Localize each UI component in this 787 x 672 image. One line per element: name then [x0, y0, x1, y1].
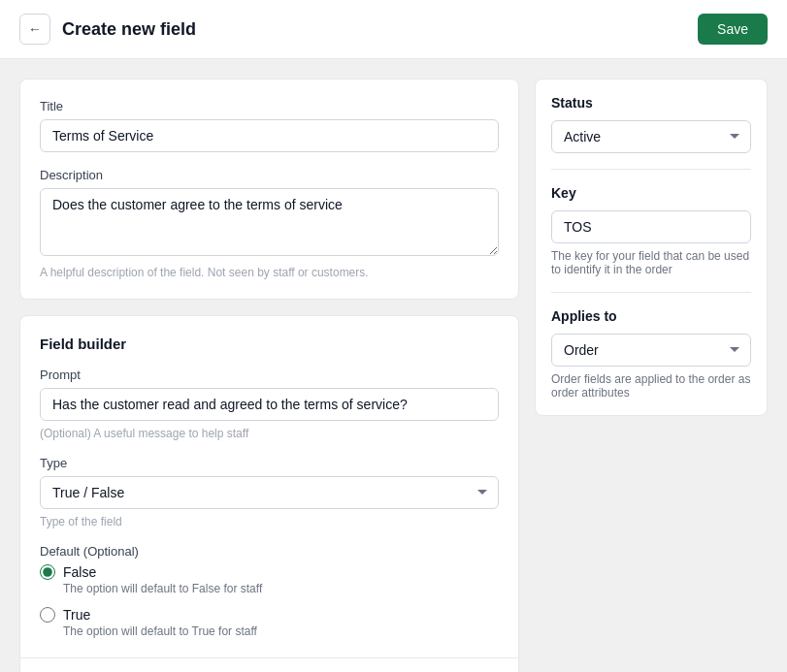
- back-button[interactable]: ←: [19, 14, 50, 45]
- key-helper: The key for your field that can be used …: [551, 249, 751, 276]
- main-content: Title Description A helpful description …: [0, 59, 787, 672]
- default-group: Default (Optional) False The option will…: [40, 544, 499, 638]
- field-builder-card: Field builder Prompt (Optional) A useful…: [19, 315, 519, 672]
- radio-true-label: True: [63, 607, 90, 623]
- key-label: Key: [551, 185, 751, 201]
- radio-false-row: False: [40, 564, 499, 580]
- status-select[interactable]: Active Inactive: [551, 120, 751, 153]
- header-left: ← Create new field: [19, 14, 196, 45]
- prompt-helper: (Optional) A useful message to help staf…: [40, 427, 499, 440]
- delete-field-button[interactable]: Delete field: [20, 658, 127, 672]
- field-builder-footer: Delete field: [20, 657, 518, 672]
- right-card: Status Active Inactive Key The key for y…: [535, 79, 768, 416]
- title-group: Title: [40, 99, 499, 152]
- description-group: Description A helpful description of the…: [40, 168, 499, 279]
- title-label: Title: [40, 99, 499, 113]
- prompt-label: Prompt: [40, 368, 499, 382]
- radio-false-label: False: [63, 564, 96, 580]
- applies-to-label: Applies to: [551, 308, 751, 324]
- left-column: Title Description A helpful description …: [19, 79, 519, 672]
- type-label: Type: [40, 456, 499, 470]
- radio-true-item: True The option will default to True for…: [40, 607, 499, 638]
- right-column: Status Active Inactive Key The key for y…: [535, 79, 768, 416]
- field-builder-inner: Field builder Prompt (Optional) A useful…: [20, 316, 518, 657]
- radio-group: False The option will default to False f…: [40, 564, 499, 638]
- applies-to-section: Applies to Order Line item Order fields …: [551, 308, 751, 400]
- page-header: ← Create new field Save: [0, 0, 787, 59]
- title-input[interactable]: [40, 119, 499, 152]
- radio-true[interactable]: [40, 607, 55, 623]
- applies-to-select[interactable]: Order Line item: [551, 334, 751, 367]
- status-label: Status: [551, 95, 751, 111]
- type-select[interactable]: True / False Text Number Date: [40, 476, 499, 509]
- type-helper: Type of the field: [40, 515, 499, 528]
- description-textarea[interactable]: [40, 188, 499, 256]
- status-section: Status Active Inactive: [551, 95, 751, 170]
- page-title: Create new field: [62, 19, 196, 40]
- field-builder-title: Field builder: [40, 336, 499, 352]
- prompt-input[interactable]: [40, 388, 499, 421]
- description-helper: A helpful description of the field. Not …: [40, 266, 499, 279]
- radio-false-helper: The option will default to False for sta…: [63, 582, 499, 595]
- radio-false[interactable]: [40, 564, 55, 580]
- default-label: Default (Optional): [40, 544, 499, 559]
- prompt-group: Prompt (Optional) A useful message to he…: [40, 368, 499, 440]
- type-group: Type True / False Text Number Date Type …: [40, 456, 499, 528]
- save-button[interactable]: Save: [698, 14, 768, 45]
- radio-true-row: True: [40, 607, 499, 623]
- radio-true-helper: The option will default to True for staf…: [63, 624, 499, 638]
- radio-false-item: False The option will default to False f…: [40, 564, 499, 595]
- applies-to-helper: Order fields are applied to the order as…: [551, 372, 751, 400]
- key-input[interactable]: [551, 210, 751, 243]
- key-section: Key The key for your field that can be u…: [551, 185, 751, 293]
- title-description-card: Title Description A helpful description …: [19, 79, 519, 300]
- description-label: Description: [40, 168, 499, 182]
